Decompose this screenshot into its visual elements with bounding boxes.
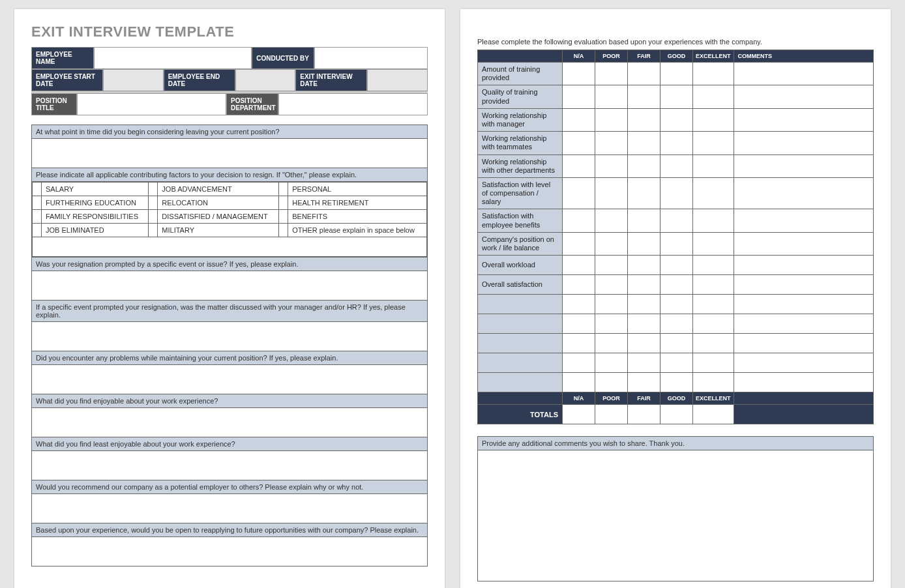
rating-cell[interactable] (660, 256, 693, 275)
rating-cell[interactable] (563, 275, 595, 295)
question-4-input[interactable] (32, 365, 427, 394)
rating-cell[interactable] (628, 275, 660, 295)
rating-cell[interactable] (595, 209, 628, 232)
rating-cell[interactable] (595, 353, 628, 373)
factor-checkbox[interactable] (149, 210, 158, 224)
factor-checkbox[interactable] (33, 183, 42, 196)
rating-cell[interactable] (693, 275, 734, 295)
rating-cell[interactable] (595, 177, 628, 209)
rating-cell[interactable] (693, 177, 734, 209)
rating-cell[interactable] (660, 108, 693, 131)
rating-cell[interactable] (595, 275, 628, 295)
rating-cell[interactable] (595, 232, 628, 255)
question-3-input[interactable] (32, 322, 427, 351)
factor-checkbox[interactable] (149, 196, 158, 210)
rating-cell[interactable] (563, 108, 595, 131)
rating-cell[interactable] (628, 177, 660, 209)
rating-cell[interactable] (563, 373, 595, 392)
rating-cell[interactable] (628, 132, 660, 154)
rating-cell[interactable] (595, 334, 628, 353)
rating-cell[interactable] (628, 209, 660, 232)
comment-cell[interactable] (734, 275, 873, 295)
rating-cell[interactable] (660, 232, 693, 255)
rating-cell[interactable] (660, 154, 693, 177)
rating-cell[interactable] (660, 373, 693, 392)
rating-cell[interactable] (660, 85, 693, 108)
rating-cell[interactable] (563, 232, 595, 255)
comment-cell[interactable] (734, 232, 873, 255)
question-7-input[interactable] (32, 494, 427, 523)
comment-cell[interactable] (734, 85, 873, 108)
rating-cell[interactable] (595, 108, 628, 131)
rating-cell[interactable] (595, 132, 628, 154)
comment-cell[interactable] (734, 63, 873, 85)
employee-end-date-input[interactable] (235, 69, 296, 91)
rating-cell[interactable] (693, 232, 734, 255)
comment-cell[interactable] (734, 177, 873, 209)
comment-cell[interactable] (734, 108, 873, 131)
comment-cell[interactable] (734, 154, 873, 177)
factor-checkbox[interactable] (33, 196, 42, 210)
rating-cell[interactable] (660, 314, 693, 334)
comment-cell[interactable] (734, 314, 873, 334)
rating-cell[interactable] (563, 256, 595, 275)
rating-cell[interactable] (628, 373, 660, 392)
rating-cell[interactable] (660, 177, 693, 209)
rating-cell[interactable] (563, 132, 595, 154)
rating-cell[interactable] (563, 85, 595, 108)
rating-cell[interactable] (595, 314, 628, 334)
rating-cell[interactable] (660, 334, 693, 353)
factor-checkbox[interactable] (33, 224, 42, 237)
conducted-by-input[interactable] (314, 47, 428, 69)
rating-cell[interactable] (693, 373, 734, 392)
rating-cell[interactable] (595, 373, 628, 392)
factor-checkbox[interactable] (279, 196, 288, 210)
rating-cell[interactable] (693, 132, 734, 154)
rating-cell[interactable] (660, 63, 693, 85)
rating-cell[interactable] (628, 63, 660, 85)
factor-checkbox[interactable] (149, 183, 158, 196)
rating-cell[interactable] (563, 334, 595, 353)
rating-cell[interactable] (628, 85, 660, 108)
comment-cell[interactable] (734, 295, 873, 314)
rating-cell[interactable] (693, 295, 734, 314)
rating-cell[interactable] (693, 154, 734, 177)
comment-cell[interactable] (734, 353, 873, 373)
rating-cell[interactable] (563, 154, 595, 177)
rating-cell[interactable] (628, 314, 660, 334)
exit-interview-date-input[interactable] (367, 69, 428, 91)
comment-cell[interactable] (734, 132, 873, 154)
rating-cell[interactable] (693, 353, 734, 373)
question-8-input[interactable] (32, 537, 427, 566)
rating-cell[interactable] (693, 209, 734, 232)
comment-cell[interactable] (734, 334, 873, 353)
rating-cell[interactable] (563, 295, 595, 314)
rating-cell[interactable] (628, 353, 660, 373)
rating-cell[interactable] (563, 209, 595, 232)
question-1-input[interactable] (32, 139, 427, 168)
rating-cell[interactable] (563, 177, 595, 209)
factor-checkbox[interactable] (279, 210, 288, 224)
question-2-input[interactable] (32, 271, 427, 300)
employee-name-input[interactable] (94, 47, 252, 69)
question-5-input[interactable] (32, 408, 427, 437)
rating-cell[interactable] (628, 295, 660, 314)
rating-cell[interactable] (660, 132, 693, 154)
factor-checkbox[interactable] (279, 224, 288, 237)
rating-cell[interactable] (595, 154, 628, 177)
rating-cell[interactable] (563, 353, 595, 373)
rating-cell[interactable] (595, 85, 628, 108)
position-title-input[interactable] (77, 93, 226, 115)
additional-comments-input[interactable] (478, 450, 873, 581)
rating-cell[interactable] (563, 314, 595, 334)
comment-cell[interactable] (734, 373, 873, 392)
rating-cell[interactable] (693, 256, 734, 275)
rating-cell[interactable] (595, 256, 628, 275)
rating-cell[interactable] (595, 63, 628, 85)
rating-cell[interactable] (628, 154, 660, 177)
comment-cell[interactable] (734, 256, 873, 275)
factor-checkbox[interactable] (33, 210, 42, 224)
rating-cell[interactable] (693, 314, 734, 334)
rating-cell[interactable] (628, 232, 660, 255)
rating-cell[interactable] (660, 295, 693, 314)
